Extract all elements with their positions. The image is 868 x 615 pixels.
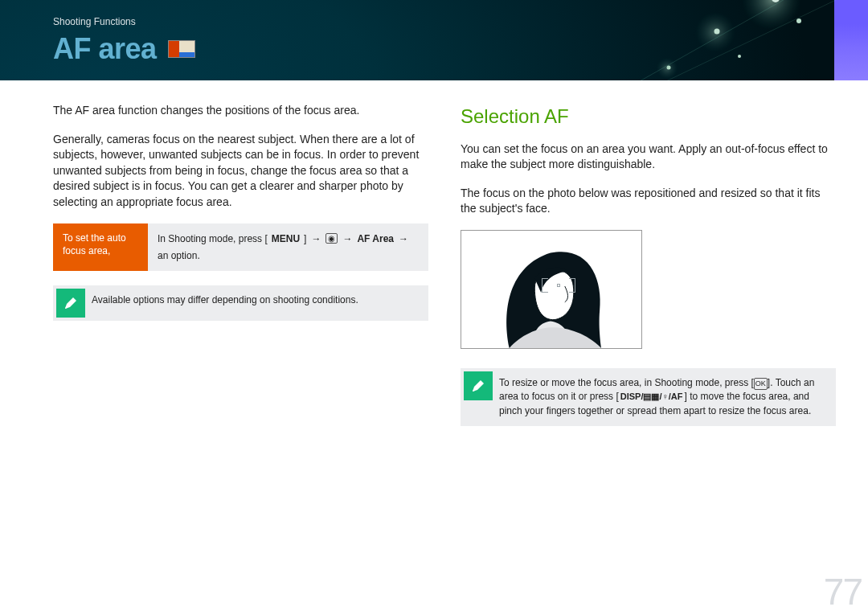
focus-area-bracket-icon [542, 276, 575, 295]
body-paragraph: Generally, cameras focus on the nearest … [53, 132, 428, 211]
instruction-body: In Shooting mode, press [MENU] → ◉ → AF … [148, 223, 428, 271]
instruction-prefix: In Shooting mode, press [ [158, 232, 268, 246]
title-thumbnail-icon [168, 40, 195, 58]
instruction-mid1: ] [304, 232, 306, 246]
page-title: AF area [53, 32, 157, 66]
svg-line-4 [651, 0, 836, 80]
svg-point-8 [796, 18, 801, 23]
note-box-2: To resize or move the focus area, in Sho… [461, 368, 836, 426]
arrow-icon: → [399, 232, 408, 246]
arrow-icon: → [342, 232, 352, 246]
menu-key: MENU [270, 232, 301, 246]
svg-point-6 [714, 29, 720, 35]
af-area-bold: AF Area [357, 232, 394, 246]
content-area: The AF area function changes the positio… [0, 80, 868, 426]
example-photo [461, 230, 642, 349]
arrow-icon: → [311, 232, 321, 246]
page-header: Shooting Functions AF area [0, 0, 868, 80]
svg-point-0 [741, 0, 802, 31]
instruction-box: To set the auto focus area, In Shooting … [53, 223, 428, 271]
left-column: The AF area function changes the positio… [53, 103, 428, 426]
svg-point-7 [667, 66, 671, 70]
pen-icon [464, 371, 493, 400]
note-text-2: To resize or move the focus area, in Sho… [496, 368, 836, 426]
camera-icon: ◉ [326, 233, 338, 244]
note-text: Available options may differ depending o… [88, 285, 368, 321]
section-heading: Selection AF [461, 103, 836, 130]
note2-t1: To resize or move the focus area, in Sho… [499, 377, 754, 388]
selection-af-p1: You can set the focus on an area you wan… [461, 141, 836, 173]
instruction-suffix: an option. [158, 248, 200, 263]
note-box: Available options may differ depending o… [53, 285, 428, 321]
selection-af-p2: The focus on the photo below was reposit… [461, 186, 836, 217]
page-number: 77 [824, 570, 862, 613]
ok-key-icon: OK [754, 378, 768, 390]
header-flare-graphic [627, 0, 836, 80]
nav-keys-label: DISP/▤▦/♀/AF [619, 391, 685, 404]
instruction-label: To set the auto focus area, [53, 223, 148, 271]
intro-paragraph: The AF area function changes the positio… [53, 103, 428, 119]
right-column: Selection AF You can set the focus on an… [461, 103, 836, 426]
svg-point-9 [738, 55, 741, 58]
pen-icon [56, 289, 85, 318]
